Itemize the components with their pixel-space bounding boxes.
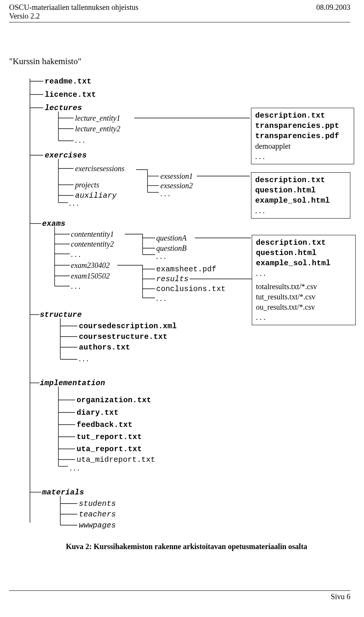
tree-item: exam150502 bbox=[71, 272, 110, 280]
page-title: "Kurssin hakemisto" bbox=[9, 57, 364, 66]
tree-item: exsession2 bbox=[160, 181, 193, 190]
box-line: question.html bbox=[256, 248, 351, 258]
tree-item: teachers bbox=[79, 510, 116, 519]
box-line: ou_results.txt/*.csv bbox=[256, 302, 351, 312]
box-line: description.txt bbox=[255, 110, 350, 121]
tree-item: . . . bbox=[156, 252, 166, 261]
box-line: question.html bbox=[255, 185, 346, 195]
page-header: OSCU-materiaalien tallennuksen ohjeistus… bbox=[0, 0, 364, 20]
tree-item: . . . bbox=[71, 282, 80, 291]
tree-item: exercisesessions bbox=[75, 164, 124, 173]
tree-item: . . . bbox=[160, 189, 170, 198]
doc-version: Versio 2.2 bbox=[9, 12, 138, 20]
tree-item: results bbox=[156, 275, 188, 283]
tree-item: uta_report.txt bbox=[77, 445, 142, 453]
exsession-box: description.txt question.html example_so… bbox=[251, 172, 350, 219]
tree-item: conclusions.txt bbox=[156, 285, 226, 293]
tree-item: lecture_entity1 bbox=[75, 114, 120, 123]
lecture-entity-box: description.txt transparencies.ppt trans… bbox=[251, 108, 354, 164]
box-line: . . . bbox=[256, 312, 351, 323]
doc-title: OSCU-materiaalien tallennuksen ohjeistus bbox=[9, 3, 138, 12]
tree-item: uta_midreport.txt bbox=[77, 455, 155, 464]
tree-item: organization.txt bbox=[77, 396, 151, 405]
tree-item: tut_report.txt bbox=[77, 433, 142, 441]
tree-item: materials bbox=[42, 488, 84, 497]
box-line: totalresults.txt/*.csv bbox=[256, 282, 351, 292]
tree-item: licence.txt bbox=[45, 90, 96, 99]
tree-item: diary.txt bbox=[77, 408, 119, 417]
tree-item: feedback.txt bbox=[77, 420, 133, 429]
box-line: description.txt bbox=[256, 238, 351, 248]
tree-item: . . . bbox=[79, 354, 88, 363]
box-line: example_sol.html bbox=[256, 258, 351, 268]
page-number: Sivu 6 bbox=[331, 592, 350, 601]
page-footer: Sivu 6 bbox=[0, 591, 364, 604]
tree-item: . . . bbox=[69, 199, 78, 208]
tree-item: . . . bbox=[156, 294, 166, 303]
tree-item: . . . bbox=[70, 464, 79, 472]
tree-item: contententity1 bbox=[71, 230, 114, 239]
tree-item: exercises bbox=[45, 151, 87, 160]
tree-diagram: readme.txt licence.txt lectures lecture_… bbox=[9, 76, 364, 565]
tree-item: wwwpages bbox=[79, 521, 116, 530]
box-line: . . . bbox=[255, 151, 350, 162]
tree-item: auxiliary bbox=[75, 191, 117, 200]
box-line: transparencies.ppt bbox=[255, 121, 350, 131]
tree-item: exam230402 bbox=[71, 261, 110, 270]
box-line: description.txt bbox=[255, 175, 346, 185]
box-line: . . . bbox=[256, 268, 351, 279]
exam-files-box: description.txt question.html example_so… bbox=[252, 235, 356, 325]
figure-caption: Kuva 2: Kurssihakemiston rakenne arkisto… bbox=[9, 535, 364, 551]
tree-item: . . . bbox=[75, 136, 85, 145]
box-line: demoapplet bbox=[255, 141, 350, 151]
tree-item: projects bbox=[75, 181, 99, 189]
tree-item: contententity2 bbox=[71, 240, 114, 249]
tree-item: coursestructure.txt bbox=[79, 332, 168, 341]
tree-item: questionB bbox=[156, 244, 187, 253]
tree-item: authors.txt bbox=[79, 343, 130, 352]
tree-item: lectures bbox=[45, 104, 82, 112]
tree-item: students bbox=[79, 499, 116, 508]
tree-item: . . . bbox=[71, 250, 80, 259]
tree-item: structure bbox=[40, 310, 82, 319]
tree-item: implementation bbox=[40, 379, 105, 387]
box-line: tut_results.txt/*.csv bbox=[256, 292, 351, 302]
box-line: transparencies.pdf bbox=[255, 131, 350, 141]
tree-item: exsession1 bbox=[160, 172, 193, 181]
tree-item: coursedescription.xml bbox=[79, 322, 177, 331]
box-line: . . . bbox=[255, 206, 346, 216]
box-line: example_sol.html bbox=[255, 195, 346, 206]
doc-date: 08.09.2003 bbox=[316, 3, 350, 20]
tree-item: questionA bbox=[156, 234, 187, 242]
tree-item: exams bbox=[42, 219, 66, 228]
tree-item: readme.txt bbox=[45, 77, 91, 86]
tree-item: lecture_entity2 bbox=[75, 124, 120, 133]
tree-item: examsheet.pdf bbox=[156, 265, 217, 274]
